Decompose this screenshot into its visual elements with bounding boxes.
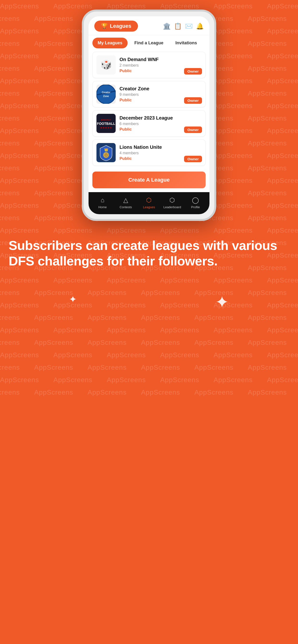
- tab-invitations[interactable]: Invitations: [170, 38, 202, 48]
- league-name-lions: Lions Nation Unite: [119, 144, 202, 150]
- league-logo-creator: Creator Zone: [96, 84, 116, 104]
- league-name-ondemand: On Demand WNF: [119, 57, 202, 62]
- app-title: Leagues: [110, 23, 131, 29]
- leagues-icon: 🏆: [101, 23, 107, 29]
- watermark-text: AppScreens: [0, 388, 20, 396]
- league-card-creator[interactable]: Creator Zone Creator Zone 9 members Publ…: [92, 81, 206, 107]
- watermark-text: AppScreens: [194, 339, 233, 346]
- header-icons: 🏛️ 📋 ✉️ 🔔: [163, 22, 204, 30]
- svg-text:🦁: 🦁: [104, 153, 108, 157]
- owner-badge-creator: Owner: [184, 97, 202, 104]
- watermark-text: AppScreens: [248, 364, 287, 371]
- watermark-text: AppScreens: [107, 351, 146, 359]
- watermark-text: AppScreens: [34, 339, 73, 346]
- league-logo-lions: 👑 🦁: [96, 143, 116, 162]
- phone-screen: 🏆 Leagues 🏛️ 📋 ✉️ 🔔 My Leagues Find a Le…: [89, 16, 209, 214]
- watermark-row: AppScreensAppScreensAppScreensAppScreens…: [0, 361, 298, 374]
- shop-icon[interactable]: 🏛️: [163, 22, 171, 30]
- watermark-text: AppScreens: [267, 351, 298, 359]
- watermark-text: AppScreens: [107, 326, 146, 334]
- leagues-list: 🎲 On Demand WNF 2 members Public Owner: [89, 48, 209, 169]
- watermark-text: AppScreens: [214, 326, 253, 334]
- create-button-container: Create A League: [89, 169, 209, 192]
- watermark-text: AppScreens: [267, 326, 298, 334]
- watermark-text: AppScreens: [0, 376, 39, 384]
- ondemand-logo-svg: 🎲: [96, 55, 116, 74]
- svg-text:★★★★★: ★★★★★: [100, 126, 112, 129]
- watermark-text: AppScreens: [34, 364, 73, 371]
- league-card-december[interactable]: FANTASY FOOTBALL ★★★★★ December 2023 Lea…: [92, 110, 206, 136]
- watermark-text: AppScreens: [160, 351, 199, 359]
- league-members-creator: 9 members: [119, 92, 202, 97]
- tab-bar: My Leagues Find a League Invitations: [89, 35, 209, 48]
- watermark-row: AppScreensAppScreensAppScreensAppScreens…: [0, 349, 298, 361]
- nav-profile[interactable]: ◯ Profile: [184, 196, 207, 209]
- svg-text:Creator: Creator: [102, 91, 110, 94]
- bell-icon[interactable]: 🔔: [196, 22, 204, 30]
- watermark-text: AppScreens: [214, 351, 253, 359]
- watermark-text: AppScreens: [34, 388, 73, 396]
- watermark-text: AppScreens: [88, 388, 127, 396]
- league-logo-december: FANTASY FOOTBALL ★★★★★: [96, 114, 116, 133]
- watermark-text: AppScreens: [160, 376, 199, 384]
- nav-leaderboard-label: Leaderboard: [163, 205, 181, 209]
- nav-leaderboard[interactable]: ⬡ Leaderboard: [161, 196, 184, 209]
- tab-find-league[interactable]: Find a League: [129, 38, 169, 48]
- description-text: Subscribers can create leagues with vari…: [9, 238, 289, 269]
- creator-logo-svg: Creator Zone: [96, 84, 116, 104]
- watermark-text: AppScreens: [88, 339, 127, 346]
- owner-badge-lions: Owner: [184, 156, 202, 162]
- leaderboard-icon: ⬡: [169, 196, 175, 204]
- owner-badge-ondemand: Owner: [184, 68, 202, 74]
- watermark-text: AppScreens: [54, 351, 93, 359]
- nav-contests[interactable]: △ Contests: [114, 196, 137, 209]
- create-league-button[interactable]: Create A League: [92, 172, 206, 188]
- nav-home-label: Home: [98, 205, 107, 209]
- league-members-lions: 4 members: [119, 151, 202, 155]
- app-title-pill: 🏆 Leagues: [94, 20, 138, 32]
- app-header: 🏆 Leagues 🏛️ 📋 ✉️ 🔔: [89, 16, 209, 35]
- svg-text:FANTASY: FANTASY: [101, 118, 111, 121]
- phone-mockup: 🏆 Leagues 🏛️ 📋 ✉️ 🔔 My Leagues Find a Le…: [82, 10, 216, 221]
- league-name-creator: Creator Zone: [119, 86, 202, 92]
- svg-text:🎲: 🎲: [100, 59, 112, 70]
- watermark-text: AppScreens: [107, 376, 146, 384]
- watermark-text: AppScreens: [194, 364, 233, 371]
- svg-text:👑: 👑: [104, 148, 108, 152]
- watermark-text: AppScreens: [194, 388, 233, 396]
- watermark-text: AppScreens: [160, 326, 199, 334]
- watermark-text: AppScreens: [0, 339, 20, 346]
- league-logo-ondemand: 🎲: [96, 55, 116, 74]
- watermark-text: AppScreens: [141, 339, 180, 346]
- home-icon: ⌂: [101, 196, 105, 204]
- profile-icon: ◯: [192, 196, 199, 204]
- league-members-december: 6 members: [119, 122, 202, 126]
- mail-icon[interactable]: ✉️: [185, 22, 193, 30]
- svg-text:FOOTBALL: FOOTBALL: [97, 122, 115, 126]
- nav-leagues-label: Leagues: [143, 205, 155, 209]
- watermark-row: AppScreensAppScreensAppScreensAppScreens…: [0, 386, 298, 399]
- description-section: Subscribers can create leagues with vari…: [0, 226, 298, 278]
- watermark-text: AppScreens: [0, 364, 20, 371]
- league-card-lions[interactable]: 👑 🦁 Lions Nation Unite 4 members Public …: [92, 140, 206, 166]
- december-logo-svg: FANTASY FOOTBALL ★★★★★: [96, 114, 116, 133]
- watermark-text: AppScreens: [267, 376, 298, 384]
- watermark-text: AppScreens: [88, 364, 127, 371]
- contests-icon: △: [123, 196, 128, 204]
- watermark-text: AppScreens: [54, 376, 93, 384]
- watermark-text: AppScreens: [0, 326, 39, 334]
- lions-logo-svg: 👑 🦁: [96, 143, 116, 162]
- tab-my-leagues[interactable]: My Leagues: [92, 38, 128, 48]
- leagues-nav-icon: ⬡: [146, 196, 152, 204]
- watermark-text: AppScreens: [248, 339, 287, 346]
- watermark-text: AppScreens: [0, 351, 39, 359]
- nav-home[interactable]: ⌂ Home: [91, 196, 114, 209]
- nav-leagues[interactable]: ⬡ Leagues: [137, 196, 161, 209]
- league-members-ondemand: 2 members: [119, 63, 202, 68]
- bottom-nav: ⌂ Home △ Contests ⬡ Leagues ⬡ Leaderboar…: [89, 192, 209, 214]
- league-card-ondemand[interactable]: 🎲 On Demand WNF 2 members Public Owner: [92, 52, 206, 78]
- phone-container: 🏆 Leagues 🏛️ 📋 ✉️ 🔔 My Leagues Find a Le…: [0, 0, 298, 221]
- sparkle-large: ✦: [215, 292, 229, 312]
- watermark-row: AppScreensAppScreensAppScreensAppScreens…: [0, 336, 298, 349]
- clipboard-icon[interactable]: 📋: [174, 22, 182, 30]
